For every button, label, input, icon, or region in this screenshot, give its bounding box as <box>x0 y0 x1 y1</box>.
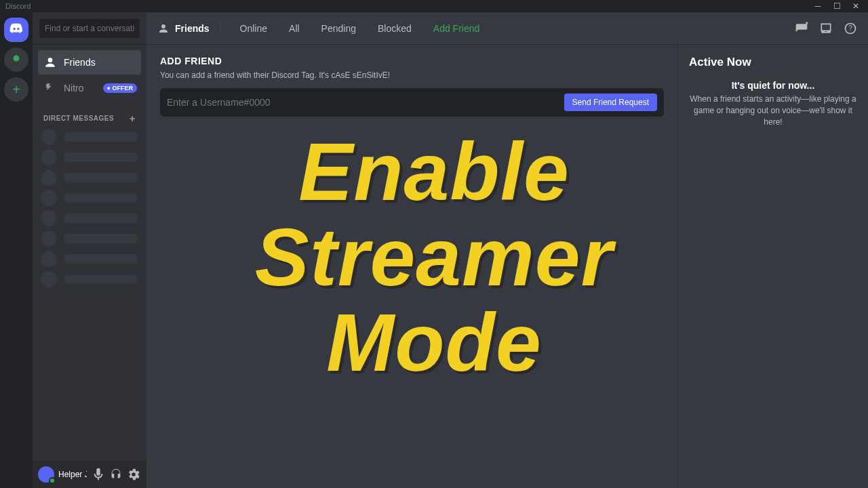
app-name: Discord <box>5 2 31 10</box>
svg-text:?: ? <box>848 24 852 32</box>
dm-placeholder <box>38 228 141 249</box>
dm-placeholder <box>38 127 141 147</box>
top-bar: Friends Online All Pending Blocked Add F… <box>146 12 868 45</box>
dm-header: DIRECT MESSAGES + <box>33 102 146 127</box>
sidebar-item-nitro[interactable]: Nitro ● OFFER <box>38 76 141 100</box>
dm-placeholder <box>38 188 141 208</box>
user-avatar[interactable] <box>38 466 54 483</box>
new-group-dm-button[interactable] <box>795 22 808 35</box>
dm-placeholder <box>38 167 141 188</box>
maximize-button[interactable]: ☐ <box>827 0 846 12</box>
guild-list: + <box>0 12 33 488</box>
deafen-button[interactable] <box>108 467 123 482</box>
active-now-title: Active Now <box>686 56 860 69</box>
settings-button[interactable] <box>126 467 141 482</box>
active-now-description: When a friend starts an activity—like pl… <box>686 94 860 127</box>
add-friend-pane: ADD FRIEND You can add a friend with the… <box>146 45 678 488</box>
dm-header-label: DIRECT MESSAGES <box>43 115 114 122</box>
add-friend-input-wrap: Send Friend Request <box>160 88 664 117</box>
active-now-pane: Active Now It's quiet for now... When a … <box>678 45 868 488</box>
page-title: Friends <box>175 23 210 34</box>
inbox-button[interactable] <box>819 22 833 35</box>
tab-all[interactable]: All <box>283 22 305 35</box>
server-item[interactable] <box>4 47 28 72</box>
dm-placeholder <box>38 269 141 289</box>
tab-blocked[interactable]: Blocked <box>372 22 417 35</box>
nav-label: Friends <box>64 57 96 68</box>
dm-placeholder <box>38 208 141 228</box>
send-friend-request-button[interactable]: Send Friend Request <box>564 94 657 111</box>
help-button[interactable]: ? <box>844 22 857 35</box>
offer-badge: ● OFFER <box>103 83 137 93</box>
tab-add-friend[interactable]: Add Friend <box>428 22 485 35</box>
tab-pending[interactable]: Pending <box>316 22 361 35</box>
add-friend-input[interactable] <box>167 97 557 108</box>
titlebar: Discord ─ ☐ ✕ <box>0 0 868 12</box>
home-button[interactable] <box>4 18 28 42</box>
plus-icon: + <box>12 82 20 98</box>
search-input[interactable] <box>39 19 140 38</box>
status-indicator <box>49 477 56 484</box>
discord-logo-icon <box>9 21 24 39</box>
user-panel: Helper Joel <box>33 461 146 488</box>
nitro-icon <box>43 81 57 95</box>
tab-online[interactable]: Online <box>235 22 273 35</box>
dm-placeholder <box>38 147 141 167</box>
close-button[interactable]: ✕ <box>846 0 865 12</box>
add-friend-description: You can add a friend with their Discord … <box>160 70 664 80</box>
svg-point-0 <box>14 55 20 61</box>
friends-icon <box>157 22 170 35</box>
nav-label: Nitro <box>64 83 84 94</box>
search-area <box>33 12 146 45</box>
add-server-button[interactable]: + <box>4 77 28 102</box>
active-now-quiet: It's quiet for now... <box>686 80 860 91</box>
minimize-button[interactable]: ─ <box>808 0 827 12</box>
add-friend-heading: ADD FRIEND <box>160 56 664 66</box>
dm-placeholder <box>38 249 141 269</box>
dm-list <box>33 127 146 289</box>
server-icon <box>10 52 22 68</box>
user-name: Helper Joel <box>58 470 87 479</box>
create-dm-button[interactable]: + <box>130 113 136 124</box>
window-controls: ─ ☐ ✕ <box>808 0 865 12</box>
main-content: Friends Online All Pending Blocked Add F… <box>146 12 868 488</box>
channel-sidebar: Friends Nitro ● OFFER DIRECT MESSAGES + <box>33 12 146 488</box>
friend-tabs: Online All Pending Blocked Add Friend <box>235 22 486 35</box>
friends-icon <box>43 56 57 69</box>
sidebar-item-friends[interactable]: Friends <box>38 50 141 75</box>
mute-button[interactable] <box>91 467 106 482</box>
page-title-wrap: Friends <box>157 22 221 35</box>
